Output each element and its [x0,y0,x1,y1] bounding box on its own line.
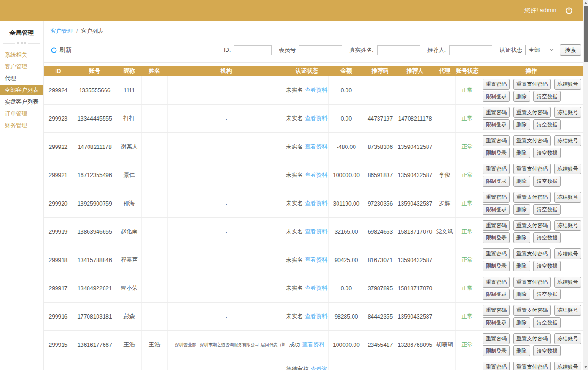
reset-pay-password-button[interactable]: 重置支付密码 [513,248,551,259]
cell-nickname: 王浩 [117,331,142,359]
freeze-account-button[interactable]: 冻结账号 [554,305,581,316]
view-profile-link[interactable]: 查看资料 [305,256,328,263]
freeze-account-button[interactable]: 冻结账号 [554,220,581,231]
cell-amount: 0.00 [329,76,364,105]
clear-data-button[interactable]: 清空数据 [533,345,561,356]
id-input[interactable] [234,45,272,55]
view-profile-link[interactable]: 查看资料 [305,172,328,178]
view-profile-link[interactable]: 查看资料 [302,341,325,348]
clear-data-button[interactable]: 清空数据 [533,148,561,158]
reset-password-button[interactable]: 重置密码 [483,192,510,203]
reset-password-button[interactable]: 重置密码 [483,135,510,146]
restrict-login-button[interactable]: 限制登录 [483,91,510,102]
cell-account: 13415788846 [72,246,117,274]
reset-pay-password-button[interactable]: 重置支付密码 [513,277,551,288]
delete-button[interactable]: 删除 [513,148,530,158]
clear-data-button[interactable]: 清空数据 [533,91,561,102]
freeze-account-button[interactable]: 冻结账号 [554,135,581,146]
freeze-account-button[interactable]: 冻结账号 [554,248,581,259]
reset-pay-password-button[interactable]: 重置支付密码 [513,79,551,90]
sidebar-item-all-customers[interactable]: 全部客户列表 [0,85,43,95]
clear-data-button[interactable]: 清空数据 [533,119,561,130]
restrict-login-button[interactable]: 限制登录 [483,119,510,130]
view-profile-link[interactable]: 查看资料 [305,87,328,93]
reset-pay-password-button[interactable]: 重置支付密码 [513,305,551,316]
freeze-account-button[interactable]: 冻结账号 [554,79,581,90]
delete-button[interactable]: 删除 [513,317,530,328]
reset-password-button[interactable]: 重置密码 [483,362,510,370]
view-profile-link[interactable]: 查看资料 [305,200,328,206]
restrict-login-button[interactable]: 限制登录 [483,345,510,356]
scrollbar-down-arrow-icon[interactable] [584,366,587,368]
freeze-account-button[interactable]: 冻结账号 [554,192,581,203]
cell-id: 299924 [44,76,72,105]
reset-pay-password-button[interactable]: 重置支付密码 [513,107,551,118]
reset-pay-password-button[interactable]: 重置支付密码 [513,333,551,344]
power-logout-icon[interactable] [565,7,573,15]
clear-data-button[interactable]: 清空数据 [533,261,561,271]
reset-pay-password-button[interactable]: 重置支付密码 [513,220,551,231]
cell-org: - [168,246,285,274]
vertical-scrollbar[interactable] [583,0,588,370]
sidebar-item-real-customers[interactable]: 实盘客户列表 [0,97,43,107]
sidebar-item-orders[interactable]: 订单管理 [0,109,43,118]
view-profile-link[interactable]: 查看资料 [305,115,328,122]
restrict-login-button[interactable]: 限制登录 [483,232,510,243]
clear-data-button[interactable]: 清空数据 [533,176,561,187]
restrict-login-button[interactable]: 限制登录 [483,176,510,187]
sidebar-item-finance[interactable]: 财务管理 [0,121,43,130]
scrollbar-thumb[interactable] [584,6,588,62]
clear-data-button[interactable]: 清空数据 [533,204,561,215]
view-profile-link[interactable]: 查看资料 [305,228,328,235]
sidebar-item-system[interactable]: 系统相关 [0,50,43,59]
reset-password-button[interactable]: 重置密码 [483,248,510,259]
restrict-login-button[interactable]: 限制登录 [483,261,510,271]
cell-operations: 重置密码 重置支付密码 冻结账号 限制登录 删除 清空数据 [479,331,584,359]
delete-button[interactable]: 删除 [513,176,530,187]
reset-pay-password-button[interactable]: 重置支付密码 [513,192,551,203]
view-profile-link[interactable]: 查看资料 [305,285,328,291]
clear-data-button[interactable]: 清空数据 [533,232,561,243]
restrict-login-button[interactable]: 限制登录 [483,317,510,328]
delete-button[interactable]: 删除 [513,261,530,271]
delete-button[interactable]: 删除 [513,232,530,243]
restrict-login-button[interactable]: 限制登录 [483,289,510,300]
referrer-input[interactable] [449,45,492,55]
freeze-account-button[interactable]: 冻结账号 [554,107,581,118]
reset-password-button[interactable]: 重置密码 [483,107,510,118]
delete-button[interactable]: 删除 [513,91,530,102]
cell-org: - [168,218,285,246]
reset-pay-password-button[interactable]: 重置支付密码 [513,135,551,146]
delete-button[interactable]: 删除 [513,289,530,300]
reset-password-button[interactable]: 重置密码 [483,333,510,344]
sidebar-item-customer-mgmt[interactable]: 客户管理 [0,62,43,71]
member-number-input[interactable] [299,45,342,55]
reset-password-button[interactable]: 重置密码 [483,164,510,174]
clear-data-button[interactable]: 清空数据 [533,317,561,328]
real-name-input[interactable] [377,45,420,55]
delete-button[interactable]: 删除 [513,345,530,356]
reset-password-button[interactable]: 重置密码 [483,79,510,90]
freeze-account-button[interactable]: 冻结账号 [554,164,581,174]
freeze-account-button[interactable]: 冻结账号 [554,277,581,288]
view-profile-link[interactable]: 查看资料 [305,143,328,150]
delete-button[interactable]: 删除 [513,204,530,215]
freeze-account-button[interactable]: 冻结账号 [554,362,581,370]
reset-password-button[interactable]: 重置密码 [483,305,510,316]
view-profile-link[interactable]: 查看资料 [305,313,328,320]
refresh-button[interactable]: 刷新 [50,46,72,54]
auth-status-select[interactable]: 全部 [525,45,556,55]
reset-pay-password-button[interactable]: 重置支付密码 [513,164,551,174]
reset-password-button[interactable]: 重置密码 [483,277,510,288]
search-button[interactable]: 搜索 [560,44,581,56]
sidebar-item-agent[interactable]: 代理 [0,74,43,83]
breadcrumb-parent-link[interactable]: 客户管理 [50,28,73,34]
delete-button[interactable]: 删除 [513,119,530,130]
restrict-login-button[interactable]: 限制登录 [483,204,510,215]
scrollbar-up-arrow-icon[interactable] [584,2,587,4]
restrict-login-button[interactable]: 限制登录 [483,148,510,158]
clear-data-button[interactable]: 清空数据 [533,289,561,300]
freeze-account-button[interactable]: 冻结账号 [554,333,581,344]
reset-password-button[interactable]: 重置密码 [483,220,510,231]
reset-pay-password-button[interactable]: 重置支付密码 [513,362,551,370]
